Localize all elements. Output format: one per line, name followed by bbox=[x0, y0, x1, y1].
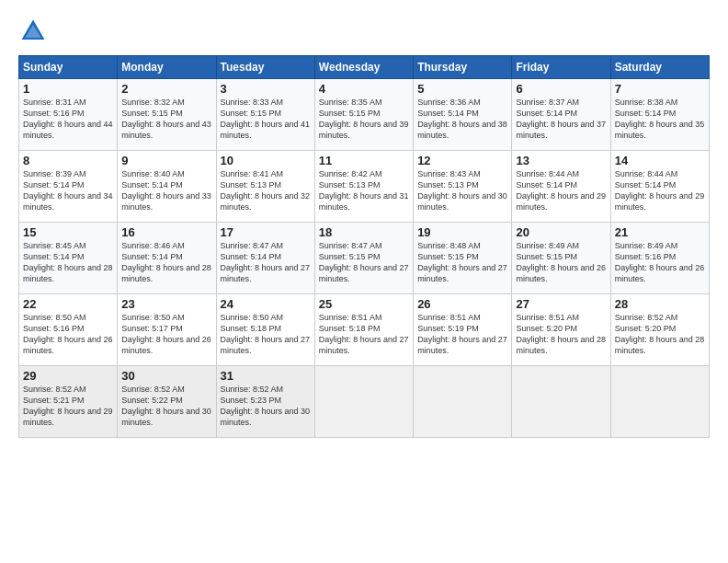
cell-info: Sunrise: 8:32 AMSunset: 5:15 PMDaylight:… bbox=[121, 98, 211, 140]
day-number: 11 bbox=[319, 154, 409, 167]
day-number: 7 bbox=[615, 82, 705, 96]
day-number: 8 bbox=[23, 154, 113, 167]
cell-info: Sunrise: 8:39 AMSunset: 5:14 PMDaylight:… bbox=[23, 169, 113, 212]
day-header: Monday bbox=[118, 56, 216, 79]
calendar-cell: 25 Sunrise: 8:51 AMSunset: 5:18 PMDaylig… bbox=[314, 294, 413, 366]
logo bbox=[18, 17, 51, 46]
day-header: Wednesday bbox=[314, 56, 413, 79]
calendar-week: 15 Sunrise: 8:45 AMSunset: 5:14 PMDaylig… bbox=[19, 223, 710, 294]
day-number: 29 bbox=[23, 369, 113, 383]
cell-info: Sunrise: 8:43 AMSunset: 5:13 PMDaylight:… bbox=[417, 169, 507, 212]
cell-info: Sunrise: 8:52 AMSunset: 5:20 PMDaylight:… bbox=[615, 313, 705, 355]
cell-info: Sunrise: 8:47 AMSunset: 5:15 PMDaylight:… bbox=[319, 241, 409, 283]
day-header: Sunday bbox=[19, 56, 118, 79]
calendar-cell: 11 Sunrise: 8:42 AMSunset: 5:13 PMDaylig… bbox=[314, 151, 413, 223]
day-number: 13 bbox=[516, 154, 606, 167]
day-number: 28 bbox=[615, 297, 705, 311]
day-number: 16 bbox=[121, 225, 211, 239]
calendar-cell: 12 Sunrise: 8:43 AMSunset: 5:13 PMDaylig… bbox=[414, 151, 512, 223]
cell-info: Sunrise: 8:52 AMSunset: 5:23 PMDaylight:… bbox=[221, 385, 311, 427]
cell-info: Sunrise: 8:51 AMSunset: 5:19 PMDaylight:… bbox=[417, 313, 507, 355]
cell-info: Sunrise: 8:50 AMSunset: 5:16 PMDaylight:… bbox=[23, 313, 113, 355]
calendar-cell: 17 Sunrise: 8:47 AMSunset: 5:14 PMDaylig… bbox=[216, 223, 314, 294]
calendar-cell: 21 Sunrise: 8:49 AMSunset: 5:16 PMDaylig… bbox=[610, 223, 709, 294]
calendar-cell: 16 Sunrise: 8:46 AMSunset: 5:14 PMDaylig… bbox=[118, 223, 216, 294]
day-header: Friday bbox=[512, 56, 610, 79]
cell-info: Sunrise: 8:50 AMSunset: 5:17 PMDaylight:… bbox=[121, 313, 211, 355]
calendar-cell: 10 Sunrise: 8:41 AMSunset: 5:13 PMDaylig… bbox=[216, 151, 314, 223]
calendar-cell bbox=[414, 366, 512, 438]
calendar-cell: 3 Sunrise: 8:33 AMSunset: 5:15 PMDayligh… bbox=[216, 79, 314, 151]
day-number: 30 bbox=[121, 369, 211, 383]
day-number: 25 bbox=[319, 297, 409, 311]
day-number: 10 bbox=[221, 154, 311, 167]
cell-info: Sunrise: 8:38 AMSunset: 5:14 PMDaylight:… bbox=[615, 98, 705, 140]
calendar-cell: 27 Sunrise: 8:51 AMSunset: 5:20 PMDaylig… bbox=[512, 294, 610, 366]
calendar-cell: 26 Sunrise: 8:51 AMSunset: 5:19 PMDaylig… bbox=[414, 294, 512, 366]
calendar-body: 1 Sunrise: 8:31 AMSunset: 5:16 PMDayligh… bbox=[19, 79, 710, 438]
day-number: 2 bbox=[121, 82, 211, 96]
day-number: 31 bbox=[221, 369, 311, 383]
cell-info: Sunrise: 8:51 AMSunset: 5:20 PMDaylight:… bbox=[516, 313, 606, 355]
day-number: 24 bbox=[221, 297, 311, 311]
day-number: 19 bbox=[417, 225, 507, 239]
cell-info: Sunrise: 8:37 AMSunset: 5:14 PMDaylight:… bbox=[516, 98, 606, 140]
cell-info: Sunrise: 8:41 AMSunset: 5:13 PMDaylight:… bbox=[221, 169, 311, 212]
day-header: Tuesday bbox=[216, 56, 314, 79]
cell-info: Sunrise: 8:52 AMSunset: 5:22 PMDaylight:… bbox=[121, 385, 211, 427]
day-number: 20 bbox=[516, 225, 606, 239]
logo-icon bbox=[18, 17, 48, 46]
day-number: 26 bbox=[417, 297, 507, 311]
calendar-cell: 22 Sunrise: 8:50 AMSunset: 5:16 PMDaylig… bbox=[19, 294, 118, 366]
calendar-cell bbox=[314, 366, 413, 438]
header-row: SundayMondayTuesdayWednesdayThursdayFrid… bbox=[19, 56, 710, 79]
day-number: 4 bbox=[319, 82, 409, 96]
day-number: 22 bbox=[23, 297, 113, 311]
calendar-cell: 23 Sunrise: 8:50 AMSunset: 5:17 PMDaylig… bbox=[118, 294, 216, 366]
cell-info: Sunrise: 8:48 AMSunset: 5:15 PMDaylight:… bbox=[417, 241, 507, 283]
page: SundayMondayTuesdayWednesdayThursdayFrid… bbox=[0, 0, 728, 447]
calendar-week: 1 Sunrise: 8:31 AMSunset: 5:16 PMDayligh… bbox=[19, 79, 710, 151]
calendar-cell: 5 Sunrise: 8:36 AMSunset: 5:14 PMDayligh… bbox=[414, 79, 512, 151]
cell-info: Sunrise: 8:49 AMSunset: 5:15 PMDaylight:… bbox=[516, 241, 606, 283]
day-number: 23 bbox=[121, 297, 211, 311]
calendar-table: SundayMondayTuesdayWednesdayThursdayFrid… bbox=[18, 55, 710, 438]
calendar-cell: 2 Sunrise: 8:32 AMSunset: 5:15 PMDayligh… bbox=[118, 79, 216, 151]
day-number: 1 bbox=[23, 82, 113, 96]
cell-info: Sunrise: 8:47 AMSunset: 5:14 PMDaylight:… bbox=[221, 241, 311, 283]
cell-info: Sunrise: 8:36 AMSunset: 5:14 PMDaylight:… bbox=[417, 98, 507, 140]
day-number: 15 bbox=[23, 225, 113, 239]
calendar-cell: 30 Sunrise: 8:52 AMSunset: 5:22 PMDaylig… bbox=[118, 366, 216, 438]
cell-info: Sunrise: 8:33 AMSunset: 5:15 PMDaylight:… bbox=[221, 98, 311, 140]
day-number: 9 bbox=[121, 154, 211, 167]
calendar-cell: 24 Sunrise: 8:50 AMSunset: 5:18 PMDaylig… bbox=[216, 294, 314, 366]
day-number: 21 bbox=[615, 225, 705, 239]
calendar-cell: 6 Sunrise: 8:37 AMSunset: 5:14 PMDayligh… bbox=[512, 79, 610, 151]
cell-info: Sunrise: 8:31 AMSunset: 5:16 PMDaylight:… bbox=[23, 98, 113, 140]
day-number: 18 bbox=[319, 225, 409, 239]
cell-info: Sunrise: 8:50 AMSunset: 5:18 PMDaylight:… bbox=[221, 313, 311, 355]
cell-info: Sunrise: 8:46 AMSunset: 5:14 PMDaylight:… bbox=[121, 241, 211, 283]
cell-info: Sunrise: 8:51 AMSunset: 5:18 PMDaylight:… bbox=[319, 313, 409, 355]
calendar-cell: 4 Sunrise: 8:35 AMSunset: 5:15 PMDayligh… bbox=[314, 79, 413, 151]
calendar-cell: 18 Sunrise: 8:47 AMSunset: 5:15 PMDaylig… bbox=[314, 223, 413, 294]
cell-info: Sunrise: 8:40 AMSunset: 5:14 PMDaylight:… bbox=[121, 169, 211, 212]
calendar-week: 22 Sunrise: 8:50 AMSunset: 5:16 PMDaylig… bbox=[19, 294, 710, 366]
calendar-week: 29 Sunrise: 8:52 AMSunset: 5:21 PMDaylig… bbox=[19, 366, 710, 438]
day-number: 17 bbox=[221, 225, 311, 239]
day-header: Saturday bbox=[610, 56, 709, 79]
calendar-week: 8 Sunrise: 8:39 AMSunset: 5:14 PMDayligh… bbox=[19, 151, 710, 223]
day-number: 27 bbox=[516, 297, 606, 311]
day-number: 5 bbox=[417, 82, 507, 96]
cell-info: Sunrise: 8:45 AMSunset: 5:14 PMDaylight:… bbox=[23, 241, 113, 283]
day-number: 3 bbox=[221, 82, 311, 96]
calendar-cell: 31 Sunrise: 8:52 AMSunset: 5:23 PMDaylig… bbox=[216, 366, 314, 438]
calendar-cell: 14 Sunrise: 8:44 AMSunset: 5:14 PMDaylig… bbox=[610, 151, 709, 223]
cell-info: Sunrise: 8:44 AMSunset: 5:14 PMDaylight:… bbox=[516, 169, 606, 212]
cell-info: Sunrise: 8:44 AMSunset: 5:14 PMDaylight:… bbox=[615, 169, 705, 212]
day-number: 6 bbox=[516, 82, 606, 96]
calendar-cell: 9 Sunrise: 8:40 AMSunset: 5:14 PMDayligh… bbox=[118, 151, 216, 223]
calendar-cell: 20 Sunrise: 8:49 AMSunset: 5:15 PMDaylig… bbox=[512, 223, 610, 294]
calendar-cell bbox=[512, 366, 610, 438]
cell-info: Sunrise: 8:35 AMSunset: 5:15 PMDaylight:… bbox=[319, 98, 409, 140]
